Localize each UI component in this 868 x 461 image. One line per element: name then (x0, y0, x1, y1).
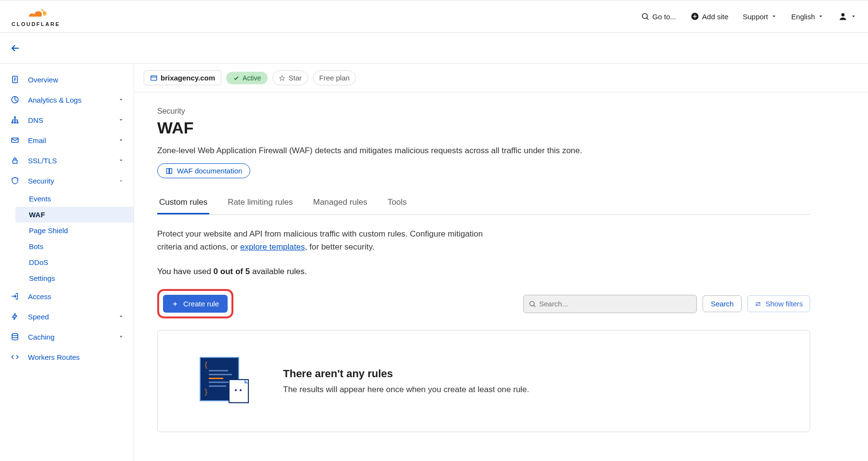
bolt-icon (10, 311, 20, 322)
search-box[interactable] (523, 295, 697, 313)
cloudflare-logo[interactable]: CLOUDFLARE (12, 6, 60, 27)
sidebar-item-dns[interactable]: DNS (0, 110, 134, 130)
status-badge: Active (226, 72, 268, 84)
svg-point-12 (17, 122, 18, 123)
caret-up-icon (118, 178, 124, 184)
plus-icon (172, 301, 178, 307)
create-rule-label: Create rule (183, 300, 219, 308)
svg-text:{: { (205, 361, 207, 369)
page-content: Security WAF Zone-level Web Application … (134, 92, 833, 447)
svg-rect-25 (209, 374, 232, 375)
sidebar-subitem-settings[interactable]: Settings (15, 270, 134, 286)
svg-point-0 (642, 13, 648, 19)
create-rule-button[interactable]: Create rule (163, 295, 228, 313)
svg-point-21 (756, 304, 757, 305)
sliders-icon (755, 301, 761, 307)
code-icon (10, 352, 20, 362)
sidebar-subitem-bots[interactable]: Bots (15, 238, 134, 254)
tab-tools[interactable]: Tools (386, 192, 409, 214)
documentation-link[interactable]: WAF documentation (157, 163, 250, 178)
svg-point-20 (759, 302, 760, 303)
language-dropdown[interactable]: English (791, 13, 824, 21)
sidebar-subitem-ddos[interactable]: DDoS (15, 254, 134, 270)
check-icon (233, 75, 240, 81)
sidebar-item-speed[interactable]: Speed (0, 306, 134, 327)
create-rule-highlight: Create rule (157, 289, 233, 318)
sidebar-item-overview[interactable]: Overview (0, 69, 134, 90)
language-label: English (791, 13, 815, 21)
sidebar-label: Analytics & Logs (28, 96, 81, 104)
action-row: Create rule Search Show filters (157, 289, 810, 318)
sidebar-label: Security (28, 177, 54, 185)
sidebar-label: Email (28, 136, 46, 145)
show-filters-button[interactable]: Show filters (747, 295, 810, 312)
window-icon (150, 74, 158, 82)
star-button[interactable]: Star (272, 70, 308, 85)
caret-down-icon (818, 13, 824, 19)
sidebar-item-caching[interactable]: Caching (0, 327, 134, 347)
sidebar-item-access[interactable]: Access (0, 286, 134, 306)
search-button[interactable]: Search (703, 295, 742, 312)
star-icon (279, 75, 285, 81)
sidebar-item-ssl[interactable]: SSL/TLS (0, 150, 134, 171)
svg-point-10 (12, 122, 13, 123)
top-bar: CLOUDFLARE Go to... Add site Support Eng… (0, 0, 868, 33)
goto-button[interactable]: Go to... (641, 12, 676, 21)
svg-rect-14 (13, 160, 17, 163)
sidebar: Overview Analytics & Logs DNS Email SSL/… (0, 64, 134, 461)
svg-text:}: } (205, 388, 207, 395)
search-icon (529, 300, 536, 308)
sidebar-label: Overview (28, 76, 58, 84)
caret-down-icon (118, 97, 124, 103)
sidebar-subitem-pageshield[interactable]: Page Shield (15, 223, 134, 238)
star-text: Star (288, 74, 302, 82)
svg-rect-27 (209, 382, 230, 383)
tab-rate-limiting[interactable]: Rate limiting rules (226, 192, 295, 214)
tabs: Custom rules Rate limiting rules Managed… (157, 192, 810, 215)
chart-icon (10, 94, 20, 105)
tab-managed-rules[interactable]: Managed rules (311, 192, 369, 214)
search-icon (641, 12, 650, 21)
clipboard-icon (10, 74, 20, 85)
plan-pill: Free plan (313, 70, 356, 85)
sidebar-label: Speed (28, 313, 49, 321)
caret-down-icon (118, 158, 124, 163)
intro-text: Protect your website and API from malici… (157, 227, 495, 253)
add-site-button[interactable]: Add site (691, 12, 728, 21)
doc-link-label: WAF documentation (177, 167, 242, 175)
sidebar-label: Workers Routes (28, 353, 80, 361)
domain-pill[interactable]: brixagency.com (144, 70, 221, 85)
caret-down-icon (118, 314, 124, 319)
filters-label: Show filters (765, 300, 803, 308)
svg-line-1 (647, 18, 648, 19)
search-input[interactable] (536, 300, 692, 308)
page-title: WAF (157, 119, 810, 137)
sidebar-item-security[interactable]: Security (0, 171, 134, 191)
svg-point-32 (240, 389, 242, 391)
empty-text-block: There aren't any rules The results will … (283, 368, 529, 395)
caret-down-icon (851, 13, 856, 19)
back-bar (0, 33, 868, 64)
sidebar-item-analytics[interactable]: Analytics & Logs (0, 90, 134, 110)
user-icon (838, 12, 848, 21)
caret-down-icon (118, 137, 124, 143)
plan-text: Free plan (319, 74, 350, 82)
tab-custom-rules[interactable]: Custom rules (157, 192, 209, 214)
top-right: Go to... Add site Support English (641, 12, 856, 21)
stack-icon (10, 331, 20, 342)
support-label: Support (743, 13, 768, 21)
account-dropdown[interactable] (838, 12, 856, 21)
explore-templates-link[interactable]: explore templates (240, 242, 305, 251)
support-dropdown[interactable]: Support (743, 13, 777, 21)
sidebar-subitem-events[interactable]: Events (15, 191, 134, 207)
sidebar-subitem-waf[interactable]: WAF (15, 207, 134, 223)
book-icon (165, 167, 173, 175)
back-arrow-button[interactable] (10, 42, 21, 54)
caret-down-icon (771, 13, 777, 19)
empty-state-card: { } There aren't any rules (157, 330, 810, 432)
svg-rect-24 (209, 370, 228, 371)
security-subitems: Events WAF Page Shield Bots DDoS Setting… (0, 191, 134, 286)
sidebar-item-email[interactable]: Email (0, 130, 134, 150)
sidebar-item-workers[interactable]: Workers Routes (0, 347, 134, 367)
exit-icon (10, 291, 20, 302)
